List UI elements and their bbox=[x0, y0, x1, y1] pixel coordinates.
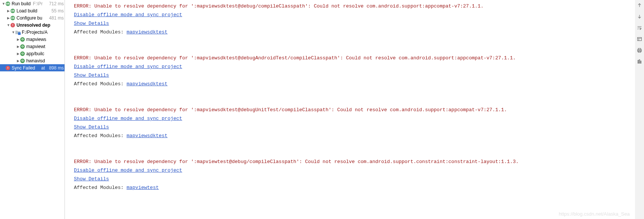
error-group: ERROR: Unable to resolve dependency for … bbox=[74, 106, 631, 140]
disable-offline-link[interactable]: Disable offline mode and sync project bbox=[74, 12, 182, 18]
status-ok-icon: ok bbox=[11, 9, 15, 13]
tree-arrow-icon[interactable] bbox=[16, 59, 20, 63]
affected-modules-line: Affected Modules: mapviewtest bbox=[74, 183, 631, 192]
affected-module-link[interactable]: mapviewsdktest bbox=[126, 81, 167, 87]
status-error-icon: ! bbox=[11, 23, 15, 27]
error-message: ERROR: Unable to resolve dependency for … bbox=[74, 157, 631, 166]
build-time: 481 ms bbox=[48, 15, 64, 21]
tree-label: Unresolved dep bbox=[17, 23, 64, 28]
tree-row-sync-failed[interactable]: ! Sync Failed at 898 ms bbox=[0, 64, 65, 71]
disable-offline-link[interactable]: Disable offline mode and sync project bbox=[74, 64, 182, 69]
affected-module-link[interactable]: mapviewsdktest bbox=[126, 29, 167, 35]
svg-rect-6 bbox=[641, 61, 641, 63]
gradle-module-icon: G bbox=[20, 37, 25, 42]
tree-arrow-icon[interactable] bbox=[6, 9, 11, 13]
show-details-link[interactable]: Show Details bbox=[74, 21, 109, 26]
gradle-module-icon: G bbox=[20, 51, 25, 56]
svg-rect-5 bbox=[639, 60, 640, 63]
right-toolbar bbox=[635, 0, 644, 219]
status-ok-icon: ok bbox=[11, 16, 15, 20]
tree-label: mapviews bbox=[26, 37, 64, 42]
build-time: 712 ms bbox=[48, 1, 64, 6]
tree-arrow-icon[interactable] bbox=[6, 23, 11, 27]
status-ok-icon: ok bbox=[6, 2, 10, 6]
error-group: ERROR: Unable to resolve dependency for … bbox=[74, 54, 631, 88]
error-message: ERROR: Unable to resolve dependency for … bbox=[74, 2, 631, 11]
tree-arrow-icon[interactable] bbox=[2, 2, 6, 6]
build-time: 898 ms bbox=[48, 65, 64, 71]
tree-arrow-icon[interactable] bbox=[16, 38, 20, 41]
folder-icon bbox=[15, 30, 20, 34]
tree-row-module[interactable]: Gmapviewt bbox=[0, 43, 65, 50]
affected-module-link[interactable]: mapviewsdktest bbox=[126, 133, 167, 139]
tree-arrow-icon[interactable] bbox=[16, 52, 20, 56]
filter-icon[interactable] bbox=[636, 59, 642, 65]
svg-rect-4 bbox=[638, 60, 639, 63]
show-details-link[interactable]: Show Details bbox=[74, 176, 109, 182]
affected-module-link[interactable]: mapviewtest bbox=[126, 185, 159, 190]
tree-label: Configure bu bbox=[17, 15, 48, 21]
print-icon[interactable] bbox=[636, 47, 642, 53]
tree-arrow-icon[interactable] bbox=[6, 16, 11, 20]
error-group: ERROR: Unable to resolve dependency for … bbox=[74, 2, 631, 36]
tree-label: Load build bbox=[17, 8, 50, 14]
tree-label: hwnavisd bbox=[26, 58, 64, 63]
status-error-icon: ! bbox=[6, 66, 10, 70]
show-details-link[interactable]: Show Details bbox=[74, 72, 109, 78]
tree-arrow-icon[interactable] bbox=[11, 30, 15, 34]
tree-label: Run buildF:\Pr bbox=[12, 1, 48, 6]
tree-label: Sync Failed at bbox=[12, 65, 48, 71]
affected-modules-line: Affected Modules: mapviewsdktest bbox=[74, 131, 631, 140]
gradle-module-icon: G bbox=[20, 59, 25, 63]
tree-row-load-build[interactable]: ok Load build 55 ms bbox=[0, 7, 65, 14]
build-tree-pane: ok Run buildF:\Pr 712 ms ok Load build 5… bbox=[0, 0, 65, 219]
wrap-icon[interactable] bbox=[636, 25, 642, 31]
arrow-up-icon[interactable] bbox=[636, 2, 642, 8]
error-group: ERROR: Unable to resolve dependency for … bbox=[74, 157, 631, 192]
disable-offline-link[interactable]: Disable offline mode and sync project bbox=[74, 116, 182, 121]
gradle-module-icon: G bbox=[20, 44, 25, 49]
tree-row-module[interactable]: Ghwnavisd bbox=[0, 57, 65, 64]
tree-label: mapviewt bbox=[26, 44, 64, 49]
build-time: 55 ms bbox=[50, 8, 64, 14]
tree-row-run-build[interactable]: ok Run buildF:\Pr 712 ms bbox=[0, 0, 65, 7]
tree-label: F:/Projects/A bbox=[22, 30, 64, 35]
show-details-link[interactable]: Show Details bbox=[74, 124, 109, 130]
tree-label: app/builc bbox=[26, 51, 64, 56]
tree-row-module[interactable]: Gmapviews bbox=[0, 36, 65, 43]
disable-offline-link[interactable]: Disable offline mode and sync project bbox=[74, 168, 182, 173]
error-message: ERROR: Unable to resolve dependency for … bbox=[74, 54, 631, 62]
tree-row-unresolved[interactable]: ! Unresolved dep bbox=[0, 21, 65, 29]
arrow-down-icon[interactable] bbox=[636, 14, 642, 20]
tree-row-project-folder[interactable]: F:/Projects/A bbox=[0, 29, 65, 36]
tree-arrow-icon[interactable] bbox=[16, 45, 20, 48]
affected-modules-line: Affected Modules: mapviewsdktest bbox=[74, 80, 631, 88]
tree-row-configure[interactable]: ok Configure bu 481 ms bbox=[0, 14, 65, 21]
affected-modules-line: Affected Modules: mapviewsdktest bbox=[74, 28, 631, 36]
tree-row-module[interactable]: Gapp/builc bbox=[0, 50, 65, 57]
message-pane[interactable]: ERROR: Unable to resolve dependency for … bbox=[65, 0, 635, 219]
svg-rect-0 bbox=[638, 38, 642, 41]
layout-icon[interactable] bbox=[636, 36, 642, 42]
error-message: ERROR: Unable to resolve dependency for … bbox=[74, 106, 631, 114]
